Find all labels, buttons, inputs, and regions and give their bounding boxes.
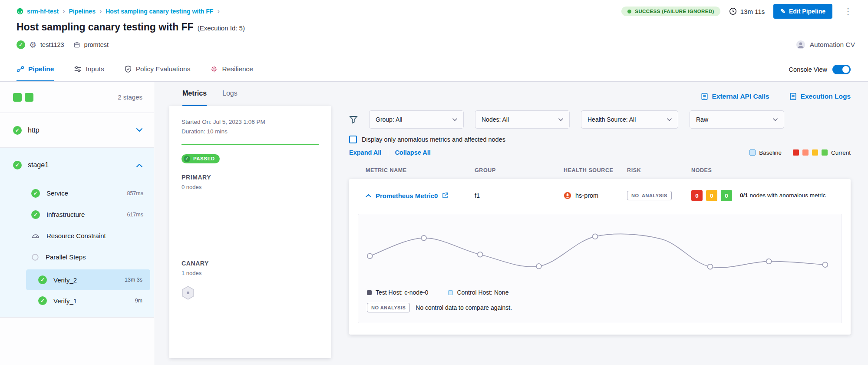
host-legend: Test Host: c-node-0 Control Host: None (365, 289, 835, 296)
node-count-green: 0 (721, 190, 732, 201)
top-links-row: External API Calls Execution Logs (349, 89, 851, 104)
summary-tabs: Metrics Logs (169, 82, 331, 106)
col-risk: RISK (627, 167, 691, 173)
execution-id: (Execution Id: 5) (198, 24, 245, 32)
stages-summary: 2 stages (0, 82, 154, 113)
chevron-up-icon[interactable] (136, 163, 142, 167)
data-mode-dropdown[interactable]: Raw (690, 110, 784, 129)
console-view-toggle[interactable] (832, 65, 851, 74)
chevron-down-icon (773, 118, 778, 121)
no-analysis-row: NO ANALYSIS No control data to compare a… (365, 303, 835, 312)
tab-resilience[interactable]: Resilience (210, 57, 253, 81)
stage-stage1[interactable]: stage1 (0, 148, 154, 182)
external-api-calls-link[interactable]: External API Calls (701, 93, 769, 100)
parallel-substeps: Verify_2 13m 3s Verify_1 9m (26, 269, 150, 311)
anomalous-filter-row: Display only anomalous metrics and affec… (349, 136, 851, 143)
execution-summary-panel: Metrics Logs Started On: Jul 5, 2023 1:0… (169, 82, 331, 365)
step-infrastructure[interactable]: Infrastructure 617ms (0, 204, 154, 225)
metric-card: Prometheus Metric0 f1 hs-prom NO_ANALYSI… (349, 179, 851, 335)
chevron-down-icon (558, 118, 563, 121)
triggered-by-user: Automation CV (796, 40, 855, 50)
baseline-label: Baseline (759, 149, 782, 156)
stage-http[interactable]: http (0, 113, 154, 148)
tab-inputs[interactable]: Inputs (74, 57, 104, 81)
control-host-legend: Control Host: None (448, 289, 508, 296)
canary-node-hexagon[interactable] (182, 286, 319, 302)
inputs-icon (74, 65, 82, 73)
tab-pipeline[interactable]: Pipeline (17, 57, 54, 81)
status-dot-icon (627, 10, 631, 13)
tab-policy-evaluations[interactable]: Policy Evaluations (124, 57, 191, 81)
anomalous-checkbox[interactable] (349, 136, 357, 143)
step-resource-constraint[interactable]: Resource Constraint (0, 225, 154, 246)
nodes-filter-dropdown[interactable]: Nodes: All (475, 110, 570, 129)
metric-chart-panel: Test Host: c-node-0 Control Host: None N… (358, 214, 842, 323)
environment-name[interactable]: promtest (84, 41, 109, 48)
top-tab-bar: Pipeline Inputs Policy Evaluations Resil… (0, 57, 868, 82)
test-host-swatch (367, 290, 372, 295)
breadcrumb-pipeline-name[interactable]: Host sampling canary testing with FF (106, 8, 213, 15)
filter-funnel-icon[interactable] (349, 115, 358, 124)
step-verify-2[interactable]: Verify_2 13m 3s (26, 269, 150, 290)
pencil-icon (780, 8, 785, 15)
step-duration: 857ms (127, 190, 143, 196)
col-health-source: HEALTH SOURCE (564, 167, 627, 173)
console-view-control: Console View (789, 57, 851, 81)
duration: Duration: 10 mins (182, 127, 319, 136)
breadcrumb: srm-hf-test Pipelines Host sampling cana… (17, 4, 855, 18)
environment-icon (73, 41, 80, 48)
metric-group: f1 (475, 192, 564, 199)
collapse-chevron-up-icon[interactable] (366, 194, 371, 197)
parallel-steps-icon (31, 253, 39, 261)
logs-doc-icon (789, 93, 797, 100)
group-filter-dropdown[interactable]: Group: All (369, 110, 464, 129)
primary-label: PRIMARY (182, 174, 319, 181)
anomalous-checkbox-label[interactable]: Display only anomalous metrics and affec… (362, 136, 505, 143)
chevron-down-icon (452, 118, 457, 121)
chart-color-legend: Baseline Current (749, 149, 851, 156)
breadcrumb-project[interactable]: srm-hf-test (17, 8, 59, 15)
execution-logs-link[interactable]: Execution Logs (789, 93, 851, 100)
body: 2 stages http stage1 (0, 82, 868, 365)
srm-module-icon (17, 8, 23, 15)
health-source-name: hs-prom (575, 192, 598, 199)
step-service[interactable]: Service 857ms (0, 182, 154, 204)
metric-chart[interactable] (365, 226, 835, 281)
collapse-all-link[interactable]: Collapse All (395, 149, 430, 156)
step-parallel-steps[interactable]: Parallel Steps (0, 246, 154, 268)
tab-metrics[interactable]: Metrics (182, 82, 207, 106)
avatar (796, 40, 805, 50)
service-name[interactable]: test1123 (40, 41, 64, 48)
edit-pipeline-button[interactable]: Edit Pipeline (773, 4, 832, 19)
metrics-content: External API Calls Execution Logs Group:… (331, 82, 868, 365)
health-check-icon (17, 40, 25, 49)
metric-row[interactable]: Prometheus Metric0 f1 hs-prom NO_ANALYSI… (349, 179, 851, 212)
current-yellow-swatch (812, 149, 818, 156)
step-duration: 13m 3s (125, 277, 142, 283)
step-duration: 9m (135, 298, 142, 304)
metrics-table-header: METRIC NAME GROUP HEALTH SOURCE RISK NOD… (349, 167, 851, 173)
no-analysis-message: No control data to compare against. (416, 304, 512, 311)
step-verify-1[interactable]: Verify_1 9m (26, 290, 150, 311)
health-source-filter-dropdown[interactable]: Health Source: All (581, 110, 678, 129)
current-red-swatch (793, 149, 799, 156)
progress-bar (182, 144, 319, 145)
control-host-swatch (448, 290, 453, 295)
chevron-down-icon[interactable] (136, 128, 142, 132)
check-icon (184, 156, 190, 162)
breadcrumb-pipelines[interactable]: Pipelines (69, 8, 95, 15)
col-nodes: NODES (691, 167, 851, 173)
tab-logs[interactable]: Logs (222, 82, 238, 106)
external-link-icon[interactable] (442, 192, 448, 199)
app-window: srm-hf-test Pipelines Host sampling cana… (0, 0, 868, 365)
console-view-label: Console View (789, 66, 827, 73)
node-count-amber: 0 (706, 190, 717, 201)
resilience-icon (210, 65, 218, 73)
baseline-swatch (749, 149, 756, 156)
divider (388, 149, 388, 156)
expand-all-link[interactable]: Expand All (349, 149, 381, 156)
metric-name-link[interactable]: Prometheus Metric0 (376, 192, 438, 199)
title-row: Host sampling canary testing with FF (Ex… (17, 21, 855, 33)
more-options-icon[interactable] (841, 6, 855, 17)
current-green-swatch (822, 149, 828, 156)
